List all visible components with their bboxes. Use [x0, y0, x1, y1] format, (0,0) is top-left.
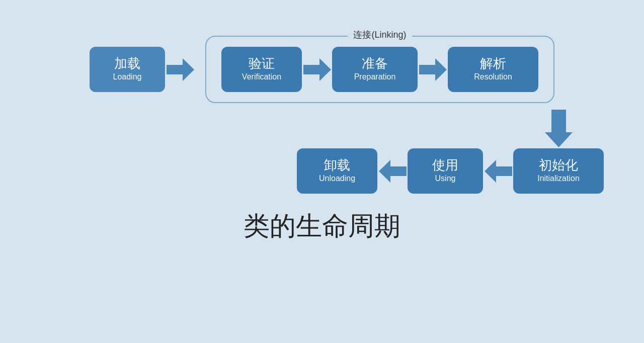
arrow-verification-to-preparation — [302, 57, 332, 82]
verification-box: 验证 Verification — [221, 47, 302, 92]
preparation-zh: 准备 — [362, 56, 388, 71]
resolution-box: 解析 Resolution — [448, 47, 538, 92]
loading-box: 加载 Loading — [90, 47, 165, 92]
svg-marker-4 — [379, 160, 407, 183]
svg-marker-3 — [545, 110, 573, 147]
svg-marker-0 — [167, 58, 194, 81]
linking-group: 连接(Linking) 验证 Verification 准备 Preparati… — [205, 36, 554, 103]
unloading-en: Unloading — [319, 173, 355, 184]
top-flow: 加载 Loading 连接(Linking) 验证 Verification — [10, 36, 634, 103]
verification-en: Verification — [242, 71, 281, 82]
arrow-using-to-unloading — [377, 158, 408, 184]
verification-zh: 验证 — [249, 56, 275, 71]
initialization-en: Initialization — [537, 173, 580, 184]
using-zh: 使用 — [432, 157, 458, 173]
page-title: 类的生命周期 — [244, 209, 400, 244]
arrow-preparation-to-resolution — [418, 57, 448, 82]
arrow-down-container — [10, 108, 634, 148]
bottom-flow: 卸载 Unloading 使用 Using 初始化 Initialization — [10, 148, 634, 194]
unloading-zh: 卸载 — [324, 157, 350, 173]
linking-label: 连接(Linking) — [347, 29, 412, 41]
svg-marker-2 — [419, 58, 447, 81]
arrow-resolution-to-initialization — [543, 108, 574, 148]
unloading-box: 卸载 Unloading — [297, 148, 377, 194]
preparation-en: Preparation — [354, 71, 396, 82]
arrow-initialization-to-using — [483, 158, 513, 184]
preparation-box: 准备 Preparation — [332, 47, 418, 92]
arrow-loading-to-linking — [165, 57, 195, 82]
resolution-en: Resolution — [474, 71, 512, 82]
using-en: Using — [435, 173, 456, 184]
loading-en: Loading — [113, 71, 142, 82]
loading-zh: 加载 — [114, 56, 140, 71]
svg-marker-5 — [485, 160, 512, 183]
initialization-zh: 初始化 — [539, 157, 578, 173]
resolution-zh: 解析 — [480, 56, 506, 71]
main-container: 加载 Loading 连接(Linking) 验证 Verification — [10, 11, 634, 332]
svg-marker-1 — [303, 58, 331, 81]
initialization-box: 初始化 Initialization — [513, 148, 604, 194]
using-box: 使用 Using — [408, 148, 483, 194]
